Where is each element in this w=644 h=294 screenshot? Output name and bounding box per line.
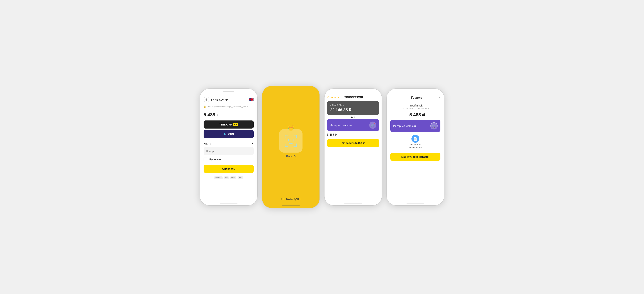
svg-marker-10 <box>224 133 226 135</box>
p1-card-section-header[interactable]: Карта ∧ <box>200 140 257 146</box>
p3-amount-row: 5 488 ₽ <box>327 133 379 136</box>
p1-header: ⚙ ТИНЬКОФФ <box>200 94 257 104</box>
pcidss-badge: PCI DSS <box>214 176 223 179</box>
p4-merchant-name: Интернет-магазин <box>393 124 416 127</box>
p4-docs[interactable]: 📄 Документыпо операции <box>387 135 444 149</box>
p3-dots <box>324 116 382 118</box>
lock-icon: 🔒 <box>204 105 206 108</box>
dot-inactive <box>354 116 355 118</box>
pay-button[interactable]: Оплатить <box>204 165 254 173</box>
close-button[interactable]: × <box>438 96 440 100</box>
visa-badge: VISA <box>230 176 236 179</box>
p1-logo-text: ТИНЬКОФФ <box>211 98 228 101</box>
tinkoff-brand-text: TINKOFF <box>344 96 357 99</box>
face-id-icon <box>284 134 298 148</box>
p3-merchant-name: Интернет-магазин <box>330 124 352 127</box>
p3-card-label: с Tinkoff Black <box>330 104 376 106</box>
phone-3-content: Отменить TINKOFF PAY с Tinkoff Black 22 … <box>324 94 382 205</box>
sbp-logo-icon <box>224 132 227 136</box>
phone-2-content: 👑 Face ID Он такой од <box>262 86 320 208</box>
svg-rect-8 <box>249 99 254 100</box>
p2-bottom-text: Он такой один <box>262 198 320 201</box>
p3-header: Отменить TINKOFF PAY <box>324 94 382 100</box>
p4-cart-icon: 🛒 <box>430 122 438 129</box>
tinkoff-pay-brand: TINKOFF PAY <box>344 96 362 99</box>
amount-before: 22 146,85 ₽ <box>401 107 413 110</box>
receipt-checkbox[interactable] <box>204 158 207 161</box>
notch-3 <box>343 89 363 93</box>
p3-card-block: с Tinkoff Black 22 146,85 ₽ <box>327 101 379 115</box>
notch-4 <box>406 89 425 93</box>
p3-merchant-block: Интернет-магазин 🛒 <box>327 119 379 131</box>
face-id-label: Face ID <box>286 155 296 158</box>
uk-flag-icon[interactable] <box>249 98 254 101</box>
p1-footer: PCI DSS MC VISA МИР <box>200 175 257 180</box>
amount-value: 5 488 <box>204 112 215 118</box>
crown-icon: 👑 <box>288 125 294 131</box>
document-icon: 📄 <box>412 135 419 143</box>
p1-amount[interactable]: 5 488 ∨ <box>200 109 257 119</box>
home-indicator-1 <box>220 203 238 203</box>
security-text: Тинькофф никому не передает ваши данные <box>207 106 248 108</box>
card-label: Карта <box>204 142 211 145</box>
card-number-input[interactable] <box>204 147 254 155</box>
phones-container: ⚙ ТИНЬКОФФ <box>200 86 444 208</box>
cart-icon: 🛒 <box>369 121 376 129</box>
p3-card-amount: 22 146,85 ₽ <box>330 108 376 112</box>
arrow-icon: → <box>414 107 416 110</box>
dot-active <box>351 116 352 118</box>
p4-card-name: Tinkoff Black <box>390 104 440 107</box>
phone-4-content: Платеж × Tinkoff Black 22 146,85 ₽ → 16 … <box>387 94 444 205</box>
p4-title: Платеж <box>395 96 438 99</box>
p4-amount-change: 22 146,85 ₽ → 16 658,85 ₽ <box>390 107 440 110</box>
p4-merchant-button[interactable]: Интернет-магазин 🛒 <box>390 120 440 132</box>
mastercard-badge: MC <box>224 176 229 179</box>
p1-check-row[interactable]: Нужен чек <box>200 156 257 163</box>
phone-3: Отменить TINKOFF PAY с Tinkoff Black 22 … <box>324 89 382 205</box>
face-id-box: 👑 <box>279 129 302 153</box>
receipt-label: Нужен чек <box>209 158 221 161</box>
speaker-bar <box>223 91 234 92</box>
phone-2: 👑 Face ID Он такой од <box>262 86 320 208</box>
card-chevron-icon: ∧ <box>252 142 254 145</box>
amount-chevron-icon: ∨ <box>216 113 218 116</box>
home-indicator-3 <box>344 203 362 203</box>
tinkoff-logo-icon: ⚙ <box>204 97 209 102</box>
phone-1-content: ⚙ ТИНЬКОФФ <box>200 94 257 205</box>
p4-card-info: Tinkoff Black 22 146,85 ₽ → 16 658,85 ₽ <box>387 102 444 111</box>
phone-1: ⚙ ТИНЬКОФФ <box>200 89 257 205</box>
phone-4: Платеж × Tinkoff Black 22 146,85 ₽ → 16 … <box>387 89 444 205</box>
tinkoff-brand-badge: PAY <box>358 96 362 98</box>
sbp-label: СБП <box>228 133 234 136</box>
cancel-button[interactable]: Отменить <box>327 96 339 99</box>
amount-after: 16 658,85 ₽ <box>418 107 430 110</box>
p1-security-notice: 🔒 Тинькофф никому не передает ваши данны… <box>200 104 257 109</box>
tinkoff-pay-badge: PAY <box>233 123 238 126</box>
mir-badge: МИР <box>238 176 243 179</box>
p4-header: Платеж × <box>387 94 444 101</box>
tinkoff-pay-button[interactable]: TINKOFF PAY <box>204 120 254 128</box>
return-to-shop-button[interactable]: Вернуться в магазин <box>390 153 440 161</box>
notch-2 <box>281 86 301 91</box>
p3-pay-button[interactable]: Оплатить 5 488 ₽ <box>327 139 379 147</box>
home-indicator-2 <box>282 205 300 206</box>
home-indicator-4 <box>406 203 424 203</box>
sbp-button[interactable]: СБП <box>204 130 254 138</box>
docs-label: Документыпо операции <box>409 143 422 149</box>
p1-logo: ⚙ ТИНЬКОФФ <box>204 97 228 102</box>
p4-debit-amount: – 5 488 ₽ <box>387 111 444 118</box>
tinkoff-pay-label: TINKOFF <box>219 123 232 126</box>
